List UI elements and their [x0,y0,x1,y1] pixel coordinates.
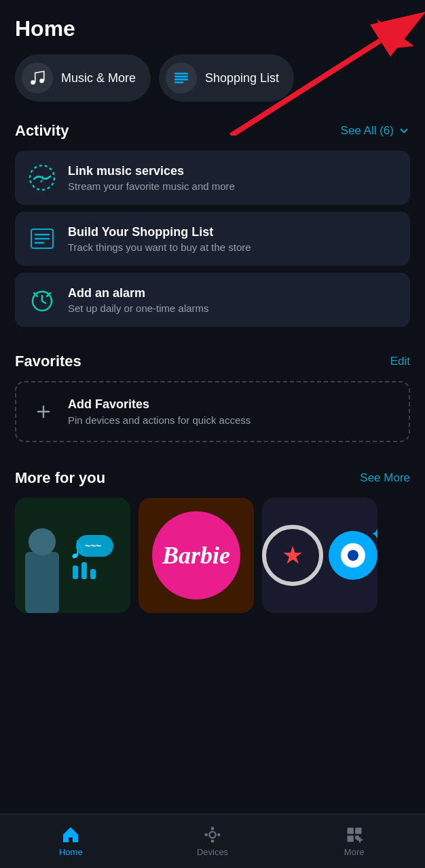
quick-actions-row: Music & More Shopping List [0,54,425,115]
shopping-chip-icon-circle [166,62,197,94]
music-icon [29,69,46,87]
add-favorites-subtitle: Pin devices and actions for quick access [68,414,251,426]
see-all-label: See All (6) [341,124,394,138]
more-nav-label: More [344,847,365,857]
svg-point-29 [209,831,215,837]
eye-pupil [348,550,358,561]
quick-action-music[interactable]: Music & More [15,54,151,102]
music-stream-icon: ♪ [27,163,57,193]
barbie-text: Barbie [162,541,230,570]
svg-rect-36 [347,835,353,842]
svg-rect-35 [355,828,361,834]
activity-item-shopping[interactable]: Build Your Shopping List Track things yo… [15,212,410,266]
music-card-visual: ♪ ~~~ [15,498,130,613]
alarm-svg [29,286,56,313]
add-favorites-plus-icon [31,399,56,424]
svg-point-32 [204,833,208,837]
svg-point-6 [39,79,44,83]
star-rating-circle: ★ [262,525,323,586]
activity-item-music[interactable]: ♪ Link music services Stream your favori… [15,151,410,205]
home-icon [61,825,80,844]
favorites-section-header: Favorites Edit [0,346,425,381]
nav-item-devices[interactable]: Devices [142,820,284,863]
more-card-music[interactable]: ♪ ~~~ [15,498,130,613]
home-nav-icon [61,825,80,844]
add-favorites-button[interactable]: Add Favorites Pin devices and actions fo… [15,381,410,442]
activity-shopping-subtitle: Track things you want to buy at the stor… [68,241,251,253]
home-nav-label: Home [59,847,83,857]
add-button[interactable] [380,14,410,43]
svg-point-33 [217,833,221,837]
barbie-logo: Barbie [152,511,240,599]
plus-icon [386,19,405,38]
activity-list: ♪ Link music services Stream your favori… [0,151,425,327]
nav-item-home[interactable]: Home [0,820,142,863]
favorites-section: Favorites Edit Add Favorites Pin devices… [0,346,425,442]
favorites-edit-button[interactable]: Edit [390,355,410,368]
activity-section-header: Activity See All (6) [0,115,425,151]
devices-nav-label: Devices [197,847,228,857]
activity-alarm-text: Add an alarm Set up daily or one-time al… [68,286,209,314]
list-icon [172,69,190,87]
eye-icon-container: ✦ [329,531,377,580]
music-stream-svg: ♪ [29,164,56,191]
favorites-title: Favorites [15,353,81,370]
skills-visual: ★ [262,525,323,586]
shopping-chip-label: Shopping List [205,71,279,85]
svg-point-5 [31,80,35,85]
activity-title: Activity [15,122,69,140]
bottom-nav: Home Devices More [0,814,425,868]
svg-rect-28 [90,569,96,579]
header: Home [0,0,425,54]
svg-point-22 [29,528,56,555]
see-more-button[interactable]: See More [360,471,410,485]
more-nav-icon [345,825,364,844]
more-for-you-header: More for you See More [0,462,425,498]
music-chip-icon-circle [22,62,53,94]
svg-rect-26 [73,566,78,579]
shopping-list-icon [27,224,57,254]
devices-icon [203,825,222,844]
activity-music-subtitle: Stream your favorite music and more [68,180,235,192]
svg-rect-34 [347,828,353,834]
star-icon: ★ [282,541,303,570]
shopping-list-svg [29,225,56,252]
more-card-skills[interactable]: ★ ✦ [262,498,377,613]
svg-text:~~~: ~~~ [85,540,102,551]
more-grid-icon [345,825,364,844]
devices-nav-icon [203,825,222,844]
add-favorites-title: Add Favorites [68,397,251,412]
activity-music-title: Link music services [68,164,235,178]
alarm-icon [27,285,57,315]
activity-alarm-title: Add an alarm [68,286,209,300]
music-chip-label: Music & More [61,71,136,85]
page-title: Home [15,16,75,41]
more-for-you-section: More for you See More ♪ ~~~ [0,462,425,613]
activity-item-alarm[interactable]: Add an alarm Set up daily or one-time al… [15,273,410,327]
add-favorites-text: Add Favorites Pin devices and actions fo… [68,397,251,426]
more-for-you-grid: ♪ ~~~ Barbie ★ [0,498,425,613]
activity-music-text: Link music services Stream your favorite… [68,164,235,192]
activity-shopping-title: Build Your Shopping List [68,225,251,239]
more-for-you-title: More for you [15,469,105,487]
svg-rect-21 [25,552,59,613]
chevron-down-icon [398,125,410,137]
svg-point-30 [211,827,215,830]
svg-rect-27 [81,562,87,579]
more-card-barbie[interactable]: Barbie [138,498,254,613]
svg-rect-37 [355,835,359,840]
sparkle-icon: ✦ [371,526,377,543]
quick-action-shopping[interactable]: Shopping List [159,54,294,102]
activity-shopping-text: Build Your Shopping List Track things yo… [68,225,251,253]
nav-item-more[interactable]: More [283,820,425,863]
svg-point-31 [211,840,215,843]
eye-inner [341,543,365,568]
see-all-button[interactable]: See All (6) [341,124,410,138]
activity-alarm-subtitle: Set up daily or one-time alarms [68,302,209,314]
plus-circle-icon [34,402,53,421]
